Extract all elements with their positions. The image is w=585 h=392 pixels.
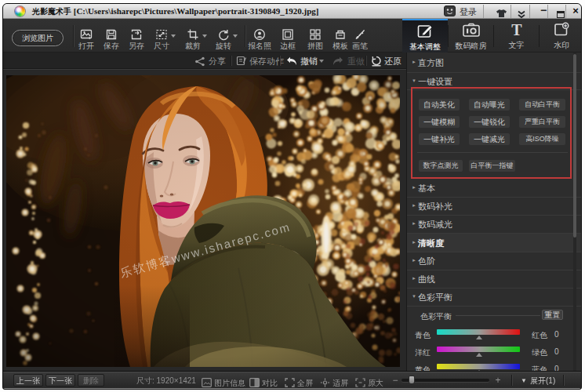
svg-text:T: T bbox=[511, 21, 522, 38]
